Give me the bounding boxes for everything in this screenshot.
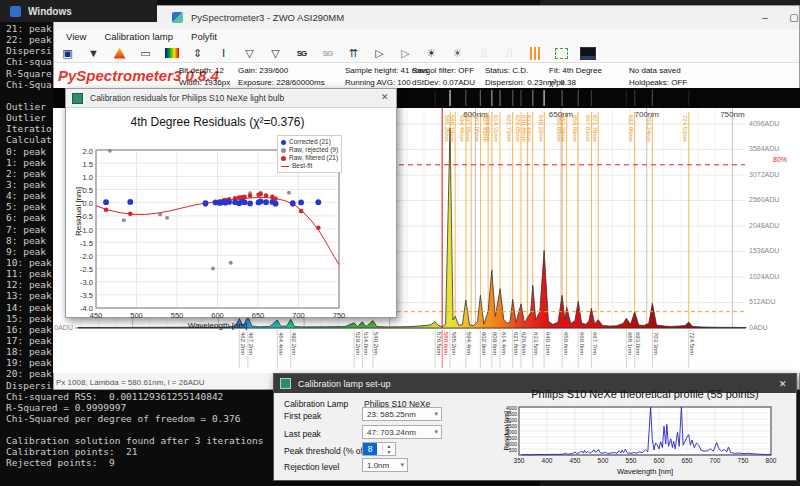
x-tick-label: 400: [537, 457, 557, 464]
run-icon[interactable]: ▷: [371, 46, 388, 61]
terminal-title-bar[interactable]: Windows: [0, 0, 157, 22]
rejected-point: [211, 266, 215, 270]
corrected-point: [315, 199, 321, 205]
legend-entry: Raw, filtered (21): [281, 154, 338, 162]
x-tick-label: 650: [248, 311, 268, 320]
filtered-point: [258, 192, 263, 197]
corrected-point: [298, 200, 304, 206]
status-line: Px 1008, Lambda = 580.61nm, i = 26ADU: [56, 378, 205, 387]
corrected-point: [226, 199, 232, 205]
minimize-button[interactable]: –: [752, 8, 778, 27]
menu-view[interactable]: View: [66, 31, 86, 42]
app-icon: [172, 12, 183, 23]
y-axis-label: Residual [nm]: [503, 401, 510, 461]
residuals-chart-title: 4th Degree Residuals (χ²=0.376): [66, 115, 369, 129]
filtered-point: [316, 225, 321, 230]
colormap-icon[interactable]: [163, 46, 180, 61]
terminal-line: Chi-squared RSS: 0.001129361255140842: [6, 391, 263, 402]
info-column: Gain: 239/600Exposure: 228/60000ms: [238, 65, 325, 89]
corrected-point: [263, 199, 269, 205]
calibration-lines-icon[interactable]: [527, 46, 544, 61]
profile-chart-title: Philips S10 NeXe theoretical profile (55…: [504, 388, 786, 400]
waterfall-icon[interactable]: [579, 46, 596, 61]
legend-entry: Raw, rejected (9): [281, 146, 338, 154]
legend: Corrected (21)Raw, rejected (9)Raw, filt…: [277, 135, 342, 173]
savgol-alt-icon[interactable]: SG: [319, 46, 336, 61]
step-curve-alt-icon[interactable]: ⎍: [501, 46, 518, 61]
x-tick-label: 800: [761, 457, 781, 464]
terminal-title: Windows: [28, 6, 148, 17]
title-bar[interactable]: PySpectrometer3 - ZWO ASI290MM – ▢ ✕: [54, 6, 799, 29]
y-tick-label: -3.0: [68, 278, 93, 287]
filter-icon[interactable]: ▽: [267, 46, 284, 61]
lamp-setup-dialog: Calibration lamp set-up ✕ Calibration La…: [273, 373, 797, 481]
sample-height-icon[interactable]: Ⅰ: [215, 46, 232, 61]
exposure-marker-icon[interactable]: ▼: [85, 46, 102, 61]
x-tick-label: 500: [593, 457, 613, 464]
info-column: Fit: 4th Degreeχ²: 0.38: [549, 65, 602, 89]
filtered-point: [248, 194, 253, 199]
x-axis-label: Wavelength [nm]: [504, 467, 786, 476]
rejected-point: [122, 218, 126, 222]
x-tick-label: 750: [329, 311, 349, 320]
rejected-point: [108, 149, 112, 153]
savgol-icon[interactable]: SG: [293, 46, 310, 61]
residuals-dialog: Calibration residuals for Philips S10 Ne…: [65, 88, 397, 318]
spectrum-overlay-icon[interactable]: [111, 46, 128, 61]
run-once-icon[interactable]: ▷: [397, 46, 414, 61]
corrected-point: [247, 201, 253, 207]
y-tick-label: -2.0: [68, 252, 93, 261]
brightness-up-icon[interactable]: ☀: [423, 46, 440, 61]
info-column: No data savedHoldpeaks: OFF: [629, 65, 687, 89]
roi-select-icon[interactable]: [553, 46, 570, 61]
window-title: PySpectrometer3 - ZWO ASI290MM: [191, 12, 344, 23]
x-tick-label: 550: [167, 311, 187, 320]
terminal-line: [6, 424, 263, 435]
residuals-close-icon[interactable]: ✕: [381, 92, 389, 102]
menu-calibration-lamp[interactable]: Calibration lamp: [104, 31, 173, 42]
x-tick-label: 700: [289, 311, 309, 320]
corrected-point: [103, 199, 109, 205]
filtered-point: [128, 211, 133, 216]
y-tick-label: 2.0: [68, 147, 93, 156]
menu-polyfit[interactable]: Polyfit: [191, 31, 217, 42]
y-tick-label: -2.5: [68, 265, 93, 274]
residuals-dialog-title-bar[interactable]: Calibration residuals for Philips S10 Ne…: [66, 89, 396, 108]
y-tick-label: 1.5: [68, 160, 93, 169]
terminal-line: Calibration points: 21: [6, 446, 263, 457]
corrected-point: [127, 199, 133, 205]
y-tick-label: 1.0: [68, 173, 93, 182]
corrected-point: [203, 200, 209, 206]
legend-entry: Best-fit: [281, 162, 338, 170]
y-axis-label: Residual [nm]: [74, 182, 83, 242]
find-peaks-icon[interactable]: ⇈: [345, 46, 362, 61]
toolbar: ▣▼▭⇕Ⅰ▽▽SGSG⇈▷▷☀☀⎍⎍: [54, 44, 799, 63]
vertical-center-icon[interactable]: ⇕: [189, 46, 206, 61]
corrected-point: [290, 200, 296, 206]
step-curve-icon[interactable]: ⎍: [475, 46, 492, 61]
rejected-point: [229, 261, 233, 265]
brightness-down-icon[interactable]: ☀: [449, 46, 466, 61]
rejected-point: [158, 213, 162, 217]
rejected-point: [165, 216, 169, 220]
corrected-point: [273, 201, 279, 207]
desktop: { "terminal": { "title": "Windows", "lin…: [0, 0, 800, 486]
filtered-point: [242, 195, 247, 200]
x-tick-label: 600: [649, 457, 669, 464]
frame-icon[interactable]: ▭: [137, 46, 154, 61]
corrected-point: [258, 198, 264, 204]
save-icon[interactable]: ▣: [59, 46, 76, 61]
terminal-icon: [10, 6, 21, 17]
filtered-point: [299, 209, 304, 214]
corrected-point: [242, 199, 248, 205]
x-axis-label: Wavelength [nm]: [66, 321, 369, 330]
x-tick-label: 700: [705, 457, 725, 464]
filtered-point: [264, 193, 269, 198]
filter-fft-icon[interactable]: ▽: [241, 46, 258, 61]
terminal-line: Chi-Squared per degree of freedom = 0.37…: [6, 413, 263, 424]
x-tick-label: 500: [127, 311, 147, 320]
info-column: Savgol filter: OFFdStDev: 0.07ADU: [412, 65, 475, 89]
terminal-line: Calibration solution found after 3 itera…: [6, 435, 263, 446]
x-tick-label: 550: [621, 457, 641, 464]
maximize-button[interactable]: ▢: [781, 8, 800, 27]
